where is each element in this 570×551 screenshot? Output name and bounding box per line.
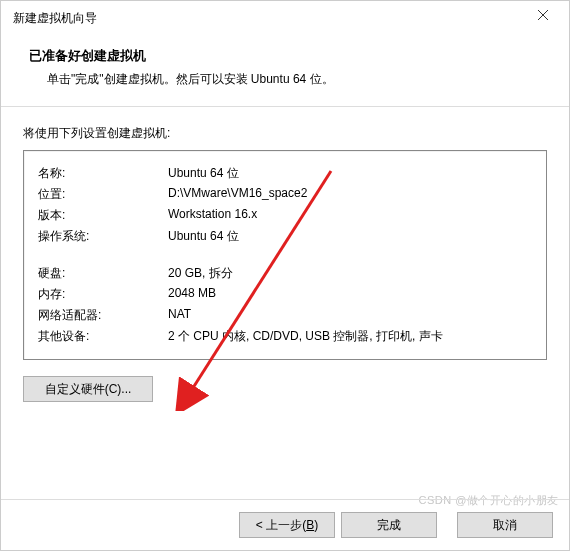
customize-hardware-button[interactable]: 自定义硬件(C)... <box>23 376 153 402</box>
setting-row-disk: 硬盘: 20 GB, 拆分 <box>38 263 532 284</box>
setting-row-version: 版本: Workstation 16.x <box>38 205 532 226</box>
setting-value: NAT <box>168 305 532 326</box>
header-section: 已准备好创建虚拟机 单击"完成"创建虚拟机。然后可以安装 Ubuntu 64 位… <box>1 35 569 107</box>
settings-intro-label: 将使用下列设置创建虚拟机: <box>23 125 547 142</box>
setting-label: 网络适配器: <box>38 305 168 326</box>
back-button[interactable]: < 上一步(B) <box>239 512 335 538</box>
close-icon <box>538 10 548 20</box>
setting-row-location: 位置: D:\VMware\VM16_space2 <box>38 184 532 205</box>
setting-value: Ubuntu 64 位 <box>168 226 532 247</box>
setting-value: 2 个 CPU 内核, CD/DVD, USB 控制器, 打印机, 声卡 <box>168 326 532 347</box>
page-title: 已准备好创建虚拟机 <box>29 47 541 65</box>
setting-value: Ubuntu 64 位 <box>168 163 532 184</box>
page-subtitle: 单击"完成"创建虚拟机。然后可以安装 Ubuntu 64 位。 <box>29 71 541 88</box>
settings-box: 名称: Ubuntu 64 位 位置: D:\VMware\VM16_space… <box>23 150 547 360</box>
setting-row-other: 其他设备: 2 个 CPU 内核, CD/DVD, USB 控制器, 打印机, … <box>38 326 532 347</box>
setting-row-network: 网络适配器: NAT <box>38 305 532 326</box>
cancel-button[interactable]: 取消 <box>457 512 553 538</box>
setting-value: 20 GB, 拆分 <box>168 263 532 284</box>
setting-label: 硬盘: <box>38 263 168 284</box>
setting-label: 名称: <box>38 163 168 184</box>
cancel-label: 取消 <box>493 518 517 532</box>
setting-value: 2048 MB <box>168 284 532 305</box>
setting-row-name: 名称: Ubuntu 64 位 <box>38 163 532 184</box>
setting-label: 版本: <box>38 205 168 226</box>
titlebar: 新建虚拟机向导 <box>1 1 569 35</box>
setting-label: 内存: <box>38 284 168 305</box>
finish-label: 完成 <box>377 518 401 532</box>
setting-value: Workstation 16.x <box>168 205 532 226</box>
setting-label: 其他设备: <box>38 326 168 347</box>
setting-row-memory: 内存: 2048 MB <box>38 284 532 305</box>
setting-value: D:\VMware\VM16_space2 <box>168 184 532 205</box>
close-button[interactable] <box>523 1 563 29</box>
setting-label: 操作系统: <box>38 226 168 247</box>
window-title: 新建虚拟机向导 <box>13 10 97 27</box>
finish-button[interactable]: 完成 <box>341 512 437 538</box>
button-bar: < 上一步(B) 完成 取消 <box>1 499 569 550</box>
setting-label: 位置: <box>38 184 168 205</box>
customize-hardware-label: 自定义硬件(C)... <box>45 382 132 396</box>
settings-table: 名称: Ubuntu 64 位 位置: D:\VMware\VM16_space… <box>38 163 532 347</box>
content-area: 将使用下列设置创建虚拟机: 名称: Ubuntu 64 位 位置: D:\VMw… <box>1 107 569 412</box>
setting-row-os: 操作系统: Ubuntu 64 位 <box>38 226 532 247</box>
